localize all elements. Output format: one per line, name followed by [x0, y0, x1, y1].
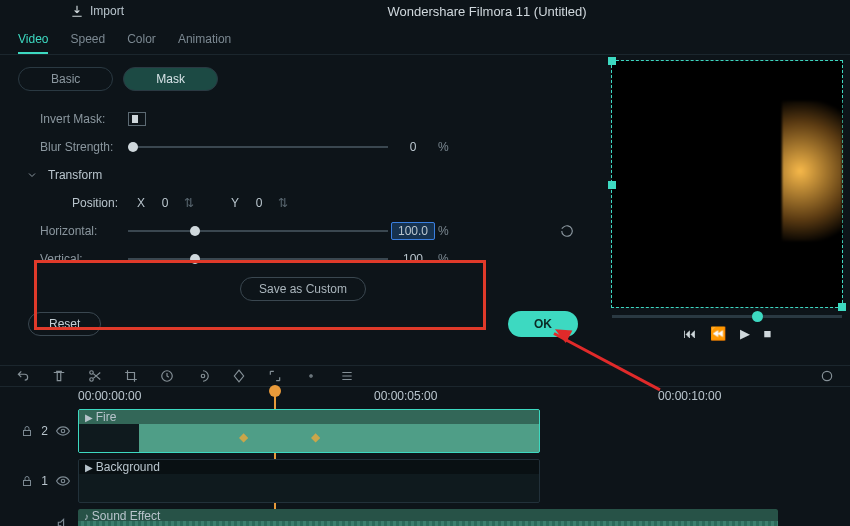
import-icon [70, 4, 84, 18]
lock-icon[interactable] [21, 475, 33, 487]
position-y-value[interactable]: 0 [244, 196, 274, 210]
inspector-panel: Basic Mask Invert Mask: Blur Strength: 0… [0, 55, 606, 365]
layer-index: 2 [41, 424, 48, 438]
keyframe-marker[interactable]: ◆ [239, 430, 248, 444]
timeline-ruler[interactable]: 00:00:00:00 00:00:05:00 00:00:10:00 [78, 387, 850, 409]
inspector-tabs: Video Speed Color Animation [0, 22, 850, 55]
svg-point-7 [61, 429, 65, 433]
expand-icon[interactable] [268, 369, 282, 383]
svg-point-3 [201, 374, 205, 378]
invert-mask-label: Invert Mask: [40, 112, 128, 126]
undo-icon[interactable] [16, 369, 30, 383]
blur-strength-value[interactable]: 0 [388, 140, 438, 154]
chevron-down-icon[interactable] [26, 169, 38, 181]
eye-icon[interactable] [56, 424, 70, 438]
speaker-icon[interactable] [56, 517, 70, 526]
adjust-icon[interactable] [196, 369, 210, 383]
position-x-label: X [132, 196, 150, 210]
position-y-stepper[interactable]: ⇅ [274, 195, 292, 211]
app-title: Wondershare Filmora 11 (Untitled) [124, 4, 850, 19]
clip-sound-effect[interactable]: ♪ Sound Effect [78, 509, 778, 526]
preview-content [782, 101, 842, 241]
import-label: Import [90, 4, 124, 18]
preview-panel: ⏮ ⏪ ▶ ■ [606, 55, 850, 365]
lock-icon[interactable] [21, 425, 33, 437]
svg-point-1 [90, 378, 94, 382]
delete-icon[interactable] [52, 369, 66, 383]
clip-fire[interactable]: ▶ Fire ◆ ◆ [78, 409, 540, 453]
play-button[interactable]: ▶ [740, 326, 750, 341]
crop-handle[interactable] [608, 181, 616, 189]
save-as-custom-button[interactable]: Save as Custom [240, 277, 366, 301]
svg-point-0 [90, 371, 94, 375]
playhead-handle[interactable] [269, 385, 281, 397]
stop-button[interactable]: ■ [764, 326, 772, 341]
position-x-value[interactable]: 0 [150, 196, 180, 210]
keyframe-icon[interactable] [232, 369, 246, 383]
undo-icon[interactable] [560, 224, 574, 238]
split-icon[interactable] [88, 369, 102, 383]
ok-button[interactable]: OK [508, 311, 578, 337]
import-button[interactable]: Import [70, 4, 124, 18]
blur-strength-unit: % [438, 140, 454, 154]
timeline: 00:00:00:00 00:00:05:00 00:00:10:00 2 ▶ … [0, 387, 850, 526]
step-back-button[interactable]: ⏪ [710, 326, 726, 341]
clip-label: Fire [96, 410, 117, 424]
horizontal-unit: % [438, 224, 454, 238]
tab-speed[interactable]: Speed [70, 28, 105, 54]
svg-rect-6 [24, 431, 31, 436]
record-icon[interactable] [820, 369, 834, 383]
horizontal-value[interactable]: 100.0 [391, 222, 435, 240]
playback-slider[interactable] [612, 315, 842, 318]
svg-point-5 [822, 371, 831, 380]
position-x-stepper[interactable]: ⇅ [180, 195, 198, 211]
clip-background[interactable]: ▶ Background [78, 459, 540, 503]
layer-index: 1 [41, 474, 48, 488]
prev-frame-button[interactable]: ⏮ [683, 326, 696, 341]
crop-handle[interactable] [838, 303, 846, 311]
preview-viewport[interactable] [612, 61, 842, 307]
invert-mask-toggle[interactable] [128, 112, 146, 126]
svg-rect-8 [24, 481, 31, 486]
waveform [78, 521, 778, 526]
tab-animation[interactable]: Animation [178, 28, 231, 54]
transform-section-label: Transform [48, 168, 102, 182]
timecode: 00:00:05:00 [374, 389, 437, 403]
timecode: 00:00:00:00 [78, 389, 141, 403]
subtab-basic[interactable]: Basic [18, 67, 113, 91]
vertical-label: Vertical: [40, 252, 128, 266]
blur-strength-slider[interactable] [128, 146, 388, 148]
position-y-label: Y [226, 196, 244, 210]
vertical-unit: % [438, 252, 454, 266]
svg-point-9 [61, 479, 65, 483]
reset-button[interactable]: Reset [28, 312, 101, 336]
speed-icon[interactable] [160, 369, 174, 383]
vertical-slider[interactable] [128, 258, 388, 260]
subtab-mask[interactable]: Mask [123, 67, 218, 91]
position-label: Position: [72, 196, 132, 210]
svg-point-4 [310, 375, 312, 377]
timeline-toolbar [0, 365, 850, 387]
crop-icon[interactable] [124, 369, 138, 383]
clip-label: Background [96, 460, 160, 474]
tab-color[interactable]: Color [127, 28, 156, 54]
crop-handle[interactable] [608, 57, 616, 65]
horizontal-label: Horizontal: [40, 224, 128, 238]
menu-icon[interactable] [340, 369, 354, 383]
blur-strength-label: Blur Strength: [40, 140, 128, 154]
eye-icon[interactable] [56, 474, 70, 488]
dot-icon[interactable] [304, 369, 318, 383]
vertical-value[interactable]: 100 [388, 252, 438, 266]
tab-video[interactable]: Video [18, 28, 48, 54]
timecode: 00:00:10:00 [658, 389, 721, 403]
keyframe-marker[interactable]: ◆ [311, 430, 320, 444]
horizontal-slider[interactable] [128, 230, 388, 232]
